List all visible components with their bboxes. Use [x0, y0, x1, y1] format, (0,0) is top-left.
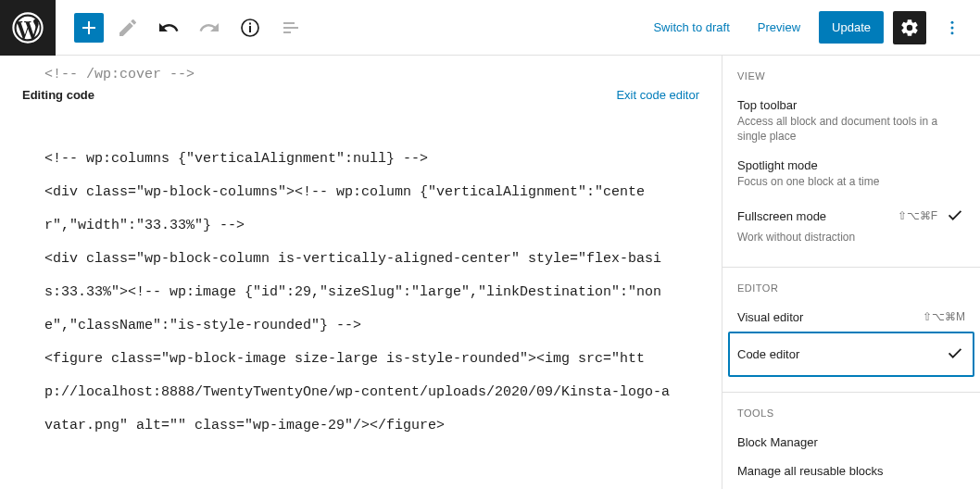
- svg-point-5: [951, 26, 954, 29]
- undo-icon: [157, 17, 180, 39]
- menu-item-code-editor[interactable]: Code editor: [728, 332, 974, 377]
- menu-item-spotlight-mode[interactable]: Spotlight mode Focus on one block at a t…: [737, 151, 965, 196]
- toolbar-left: [56, 11, 308, 44]
- menu-desc: Work without distraction: [737, 230, 965, 244]
- more-menu-button[interactable]: [936, 11, 969, 44]
- menu-item-visual-editor[interactable]: Visual editor ⇧⌥⌘M: [737, 303, 965, 332]
- outline-button[interactable]: [274, 11, 308, 44]
- exit-code-editor-button[interactable]: Exit code editor: [616, 88, 699, 102]
- code-editor-textarea[interactable]: <!-- wp:columns {"verticalAlignment":nul…: [22, 115, 699, 443]
- menu-item-block-manager[interactable]: Block Manager: [737, 428, 965, 457]
- menu-label: Code editor: [737, 347, 799, 361]
- plus-icon: [78, 17, 100, 39]
- check-icon: [945, 343, 965, 366]
- svg-point-6: [951, 31, 954, 34]
- editing-code-label: Editing code: [22, 88, 94, 102]
- svg-point-4: [951, 20, 954, 23]
- add-block-button[interactable]: [74, 13, 104, 43]
- svg-rect-2: [249, 26, 251, 32]
- tools-section-label: Tools: [737, 408, 965, 419]
- view-section: View Top toolbar Access all block and do…: [722, 56, 980, 268]
- redo-icon: [198, 17, 220, 39]
- shortcut: ⇧⌥⌘F: [898, 209, 937, 222]
- svg-rect-3: [249, 22, 251, 24]
- undo-button[interactable]: [152, 11, 185, 44]
- list-icon: [280, 17, 302, 39]
- menu-label: Spotlight mode: [737, 158, 818, 172]
- menu-label: Block Manager: [737, 435, 818, 449]
- check-icon: [945, 205, 965, 228]
- redo-button[interactable]: [193, 11, 226, 44]
- menu-label: Fullscreen mode: [737, 209, 826, 223]
- code-placeholder-line: <!-- /wp:cover -->: [22, 67, 699, 82]
- update-button[interactable]: Update: [819, 11, 884, 44]
- menu-label: Top toolbar: [737, 98, 797, 112]
- switch-to-draft-button[interactable]: Switch to draft: [644, 15, 738, 40]
- menu-item-fullscreen-mode[interactable]: Fullscreen mode ⇧⌥⌘F Work without distra…: [737, 197, 965, 252]
- main: <!-- /wp:cover --> Editing code Exit cod…: [0, 56, 980, 489]
- topbar: Switch to draft Preview Update: [0, 0, 980, 56]
- edit-button[interactable]: [111, 11, 144, 44]
- menu-item-reusable-blocks[interactable]: Manage all reusable blocks: [737, 457, 965, 485]
- code-editor-header: Editing code Exit code editor: [22, 88, 699, 115]
- preview-button[interactable]: Preview: [748, 15, 810, 40]
- settings-button[interactable]: [893, 11, 926, 44]
- view-section-label: View: [737, 70, 965, 82]
- gear-icon: [899, 18, 920, 38]
- info-button[interactable]: [233, 11, 267, 44]
- wordpress-logo[interactable]: [0, 0, 56, 56]
- menu-desc: Focus on one block at a time: [737, 174, 965, 189]
- shortcut: ⇧⌥⌘M: [923, 310, 965, 323]
- editor-section: Editor Visual editor ⇧⌥⌘M Code editor: [722, 268, 980, 393]
- kebab-icon: [943, 19, 961, 37]
- editor-area: <!-- /wp:cover --> Editing code Exit cod…: [0, 56, 722, 489]
- menu-desc: Access all block and document tools in a…: [737, 114, 965, 144]
- options-sidebar: View Top toolbar Access all block and do…: [722, 56, 980, 489]
- menu-label: Manage all reusable blocks: [737, 464, 884, 478]
- pencil-icon: [117, 17, 139, 39]
- editor-section-label: Editor: [737, 282, 965, 294]
- tools-section: Tools Block Manager Manage all reusable …: [722, 393, 980, 489]
- menu-label: Visual editor: [737, 310, 803, 324]
- toolbar-right: Switch to draft Preview Update: [644, 11, 980, 44]
- wordpress-icon: [12, 12, 44, 44]
- menu-item-top-toolbar[interactable]: Top toolbar Access all block and documen…: [737, 91, 965, 151]
- info-icon: [239, 17, 261, 39]
